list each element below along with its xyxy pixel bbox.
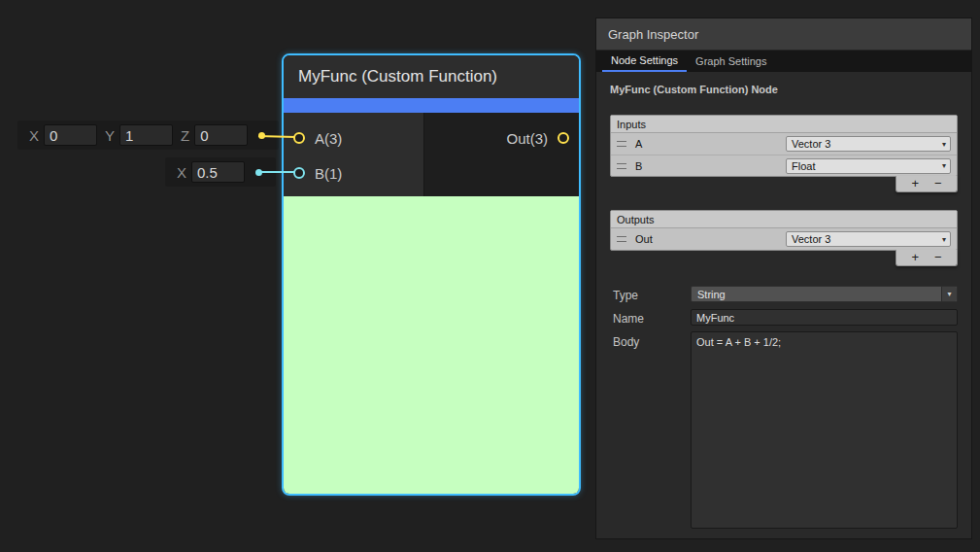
outputs-remove-button[interactable]: − — [934, 251, 942, 264]
inspector-title-bar[interactable]: Graph Inspector — [596, 18, 971, 51]
output-out-name: Out — [635, 233, 653, 245]
node-preview — [284, 196, 579, 496]
float-x-field[interactable] — [191, 161, 245, 183]
port-out-connector-icon[interactable] — [558, 132, 569, 144]
inputs-list-header: Inputs — [611, 116, 957, 133]
chevron-down-icon: ▾ — [942, 140, 946, 149]
type-label: Type — [613, 289, 638, 302]
shader-graph-editor: X Y Z X MyFunc (Custom Function) — [0, 0, 980, 552]
input-a-type-dropdown[interactable]: Vector 3 ▾ — [786, 136, 951, 152]
name-field[interactable] — [691, 309, 958, 326]
name-label: Name — [613, 312, 644, 326]
inputs-remove-button[interactable]: − — [934, 177, 942, 190]
tab-node-settings-label: Node Settings — [611, 54, 678, 66]
inspector-title: Graph Inspector — [608, 27, 698, 42]
type-dropdown[interactable]: String ▾ — [691, 286, 958, 302]
port-a-label: A(3) — [315, 130, 342, 147]
x-axis-label: X — [177, 164, 186, 181]
y-axis-label: Y — [105, 127, 115, 144]
drag-handle-icon[interactable] — [617, 163, 626, 169]
type-value: String — [697, 289, 726, 300]
output-out-type-dropdown[interactable]: Vector 3 ▾ — [786, 231, 951, 247]
output-out-type-value: Vector 3 — [792, 233, 830, 245]
port-b-connector-icon[interactable] — [293, 167, 305, 179]
port-row-out: Out(3) — [424, 121, 579, 155]
tab-graph-settings[interactable]: Graph Settings — [687, 51, 775, 72]
vector3-z-field[interactable] — [194, 124, 248, 146]
inputs-list-footer: + − — [896, 176, 958, 192]
port-b-label: B(1) — [315, 165, 342, 182]
node-output-ports: Out(3) — [424, 113, 579, 196]
vector3-connector-dot[interactable] — [258, 132, 265, 139]
chevron-down-icon: ▾ — [941, 287, 957, 301]
float-port-input-widget: X — [165, 157, 276, 187]
node-title: MyFunc (Custom Function) — [298, 67, 497, 86]
z-axis-label: Z — [181, 127, 189, 144]
drag-handle-icon[interactable] — [617, 141, 626, 147]
custom-function-node[interactable]: MyFunc (Custom Function) A(3) B(1) Out(3… — [282, 53, 581, 496]
outputs-list-header: Outputs — [611, 211, 957, 228]
outputs-list: Outputs Out Vector 3 ▾ — [610, 210, 958, 251]
node-port-section: A(3) B(1) Out(3) — [284, 113, 579, 196]
input-b-type-dropdown[interactable]: Float ▾ — [786, 158, 951, 174]
drag-handle-icon[interactable] — [617, 236, 626, 242]
vector3-port-input-widget: X Y Z — [17, 121, 279, 150]
tab-graph-settings-label: Graph Settings — [695, 55, 766, 67]
graph-inspector-panel: Graph Inspector Node Settings Graph Sett… — [595, 17, 972, 539]
input-row-a[interactable]: A Vector 3 ▾ — [611, 133, 957, 155]
inspector-tab-bar: Node Settings Graph Settings — [596, 51, 971, 72]
input-a-name: A — [635, 138, 642, 150]
port-out-label: Out(3) — [506, 130, 548, 147]
input-b-type-value: Float — [792, 160, 815, 172]
outputs-list-footer: + − — [896, 250, 958, 266]
body-label: Body — [613, 335, 639, 349]
float-connector-dot[interactable] — [255, 169, 262, 176]
chevron-down-icon: ▾ — [942, 161, 946, 170]
input-b-name: B — [635, 160, 642, 172]
chevron-down-icon: ▾ — [942, 235, 946, 244]
body-field[interactable]: Out = A + B + 1/2; — [691, 331, 958, 529]
inputs-add-button[interactable]: + — [911, 177, 919, 190]
outputs-add-button[interactable]: + — [911, 251, 919, 264]
node-header[interactable]: MyFunc (Custom Function) — [284, 55, 579, 98]
port-a-connector-icon[interactable] — [293, 132, 305, 144]
node-input-ports: A(3) B(1) — [284, 113, 424, 196]
inputs-list: Inputs A Vector 3 ▾ B Float ▾ — [610, 115, 958, 177]
port-row-a: A(3) — [284, 121, 423, 155]
inspector-body: MyFunc (Custom Function) Node Inputs A V… — [596, 72, 971, 539]
vector3-x-field[interactable] — [44, 124, 97, 146]
x-axis-label: X — [29, 127, 39, 144]
node-settings-heading: MyFunc (Custom Function) Node — [610, 84, 778, 95]
vector3-y-field[interactable] — [119, 124, 173, 146]
input-a-type-value: Vector 3 — [792, 138, 830, 150]
input-row-b[interactable]: B Float ▾ — [611, 155, 957, 176]
port-row-b: B(1) — [284, 155, 423, 190]
vector3-connector-zone — [248, 132, 275, 139]
node-accent-bar — [284, 98, 579, 113]
tab-node-settings[interactable]: Node Settings — [602, 51, 687, 72]
float-connector-zone — [245, 169, 272, 176]
output-row-out[interactable]: Out Vector 3 ▾ — [611, 228, 957, 250]
